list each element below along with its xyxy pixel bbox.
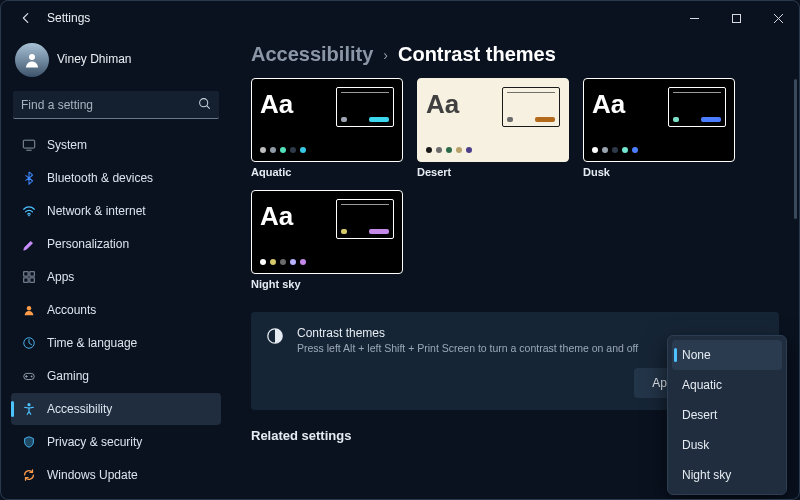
- sidebar-item-accounts[interactable]: Accounts: [11, 294, 221, 326]
- sidebar-item-accessibility[interactable]: Accessibility: [11, 393, 221, 425]
- theme-label: Dusk: [583, 166, 735, 178]
- svg-rect-0: [732, 14, 740, 22]
- bluetooth-icon: [21, 170, 37, 186]
- avatar: [15, 43, 49, 77]
- apps-icon: [21, 269, 37, 285]
- swatches: [426, 147, 472, 153]
- dropdown-option-label: Desert: [682, 408, 717, 422]
- contrast-icon: [265, 326, 285, 346]
- titlebar: Settings: [1, 1, 799, 35]
- dropdown-option-label: Dusk: [682, 438, 709, 452]
- breadcrumb-parent[interactable]: Accessibility: [251, 43, 373, 66]
- minimize-button[interactable]: [673, 1, 715, 35]
- search-field[interactable]: [21, 98, 198, 112]
- svg-rect-6: [30, 272, 34, 276]
- svg-rect-3: [23, 140, 34, 148]
- nav: System Bluetooth & devices Network & int…: [11, 129, 221, 491]
- theme-label: Desert: [417, 166, 569, 178]
- profile[interactable]: Viney Dhiman: [11, 41, 221, 85]
- theme-card-nightsky[interactable]: Aa Night sky: [251, 190, 403, 290]
- sidebar-item-label: Time & language: [47, 336, 137, 350]
- dropdown-option-desert[interactable]: Desert: [672, 400, 782, 430]
- sidebar-item-update[interactable]: Windows Update: [11, 459, 221, 491]
- main-content: Accessibility › Contrast themes Aa Aquat…: [229, 35, 799, 499]
- theme-grid: Aa Aquatic Aa Desert Aa: [251, 78, 779, 290]
- svg-rect-5: [24, 272, 28, 276]
- window-mini-icon: [668, 87, 726, 127]
- sidebar-item-gaming[interactable]: Gaming: [11, 360, 221, 392]
- window-title: Settings: [47, 11, 90, 25]
- gaming-icon: [21, 368, 37, 384]
- dropdown-option-label: Night sky: [682, 468, 731, 482]
- theme-thumb: Aa: [583, 78, 735, 162]
- privacy-icon: [21, 434, 37, 450]
- theme-card-desert[interactable]: Aa Desert: [417, 78, 569, 178]
- sidebar-item-label: Network & internet: [47, 204, 146, 218]
- page-title: Contrast themes: [398, 43, 556, 66]
- svg-rect-8: [30, 278, 34, 282]
- sidebar-item-label: Privacy & security: [47, 435, 142, 449]
- svg-point-9: [27, 306, 31, 310]
- theme-thumb: Aa: [251, 190, 403, 274]
- svg-point-12: [31, 376, 33, 378]
- dropdown-option-nightsky[interactable]: Night sky: [672, 460, 782, 490]
- breadcrumb: Accessibility › Contrast themes: [251, 43, 779, 66]
- theme-card-dusk[interactable]: Aa Dusk: [583, 78, 735, 178]
- sidebar-item-label: Apps: [47, 270, 74, 284]
- svg-point-2: [200, 98, 208, 106]
- window-controls: [673, 1, 799, 35]
- chevron-right-icon: ›: [383, 47, 388, 63]
- theme-label: Aquatic: [251, 166, 403, 178]
- window-mini-icon: [502, 87, 560, 127]
- sidebar-item-time[interactable]: Time & language: [11, 327, 221, 359]
- sidebar-item-label: Windows Update: [47, 468, 138, 482]
- sidebar: Viney Dhiman System Bluetooth & devices …: [1, 35, 229, 499]
- sidebar-item-label: Personalization: [47, 237, 129, 251]
- close-button[interactable]: [757, 1, 799, 35]
- dropdown-option-none[interactable]: None: [672, 340, 782, 370]
- back-button[interactable]: [13, 5, 39, 31]
- profile-name: Viney Dhiman: [57, 53, 131, 67]
- svg-point-13: [27, 403, 30, 406]
- sidebar-item-bluetooth[interactable]: Bluetooth & devices: [11, 162, 221, 194]
- sidebar-item-label: Accessibility: [47, 402, 112, 416]
- sidebar-item-label: Gaming: [47, 369, 89, 383]
- accounts-icon: [21, 302, 37, 318]
- dropdown-option-aquatic[interactable]: Aquatic: [672, 370, 782, 400]
- panel-subtitle: Press left Alt + left Shift + Print Scre…: [297, 342, 638, 354]
- dropdown-option-label: None: [682, 348, 711, 362]
- accessibility-icon: [21, 401, 37, 417]
- sidebar-item-system[interactable]: System: [11, 129, 221, 161]
- theme-label: Night sky: [251, 278, 403, 290]
- sidebar-item-personalization[interactable]: Personalization: [11, 228, 221, 260]
- theme-dropdown[interactable]: None Aquatic Desert Dusk Night sky: [667, 335, 787, 495]
- svg-point-1: [29, 54, 35, 60]
- system-icon: [21, 137, 37, 153]
- sidebar-item-privacy[interactable]: Privacy & security: [11, 426, 221, 458]
- dropdown-option-label: Aquatic: [682, 378, 722, 392]
- time-icon: [21, 335, 37, 351]
- sidebar-item-label: System: [47, 138, 87, 152]
- personalization-icon: [21, 236, 37, 252]
- swatches: [260, 259, 306, 265]
- update-icon: [21, 467, 37, 483]
- svg-rect-7: [24, 278, 28, 282]
- sidebar-item-label: Accounts: [47, 303, 96, 317]
- theme-thumb: Aa: [251, 78, 403, 162]
- svg-point-4: [28, 215, 30, 217]
- sidebar-item-network[interactable]: Network & internet: [11, 195, 221, 227]
- sidebar-item-label: Bluetooth & devices: [47, 171, 153, 185]
- search-icon: [198, 96, 211, 114]
- dropdown-option-dusk[interactable]: Dusk: [672, 430, 782, 460]
- panel-title: Contrast themes: [297, 326, 638, 340]
- theme-card-aquatic[interactable]: Aa Aquatic: [251, 78, 403, 178]
- swatches: [592, 147, 638, 153]
- network-icon: [21, 203, 37, 219]
- window-mini-icon: [336, 87, 394, 127]
- swatches: [260, 147, 306, 153]
- scrollbar[interactable]: [794, 79, 797, 219]
- window-mini-icon: [336, 199, 394, 239]
- search-input[interactable]: [13, 91, 219, 119]
- maximize-button[interactable]: [715, 1, 757, 35]
- sidebar-item-apps[interactable]: Apps: [11, 261, 221, 293]
